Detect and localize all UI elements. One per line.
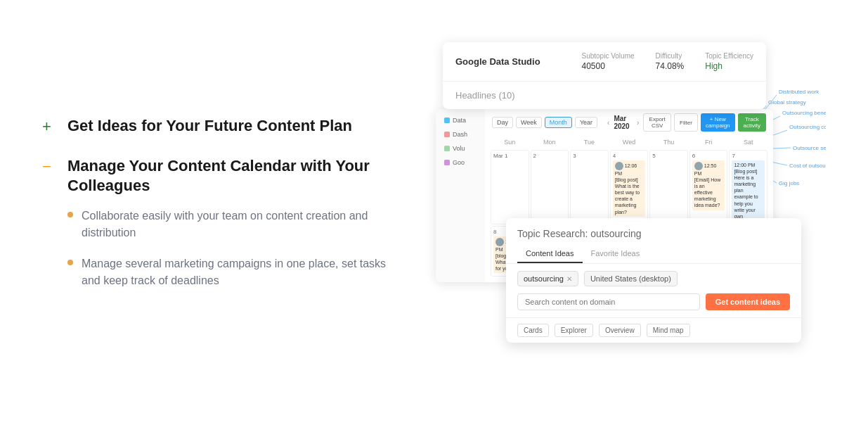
topic-footer-tabs: Cards Explorer Overview Mind map bbox=[506, 317, 801, 343]
day-sat: Sat bbox=[729, 139, 767, 146]
bullet-text-1: Collaborate easily with your team on con… bbox=[82, 208, 394, 241]
sidebar-volu[interactable]: Volu bbox=[441, 143, 479, 154]
footer-tab-overview[interactable]: Overview bbox=[599, 324, 641, 337]
day-tue: Tue bbox=[570, 139, 609, 146]
page-layout: + Get Ideas for Your Future Content Plan… bbox=[0, 0, 868, 425]
bullet-item-1: Collaborate easily with your team on con… bbox=[67, 208, 394, 241]
minus-icon[interactable]: − bbox=[42, 158, 56, 176]
headlines-label: Headlines (10) bbox=[443, 82, 766, 109]
day-fri: Fri bbox=[689, 139, 728, 146]
view-buttons: Day Week Month Year bbox=[492, 117, 597, 128]
topic-research-card: Topic Research: outsourcing Content Idea… bbox=[506, 218, 801, 343]
track-activity-btn[interactable]: Track activity bbox=[738, 113, 766, 132]
filter-btn[interactable]: Filter bbox=[674, 113, 698, 132]
efficiency-meta: Topic Efficiency High bbox=[705, 52, 753, 71]
export-csv-btn[interactable]: Export CSV bbox=[643, 113, 671, 132]
difficulty-meta: Difficulty 74.08% bbox=[656, 52, 685, 71]
datastudio-meta: Subtopic Volume 40500 Difficulty 74.08% … bbox=[581, 52, 753, 71]
sidebar-dash[interactable]: Dash bbox=[441, 129, 479, 140]
sidebar-data[interactable]: Data bbox=[441, 115, 479, 126]
efficiency-label: Topic Efficiency bbox=[705, 52, 753, 60]
mindmap-node-5: Outsource services bbox=[793, 145, 826, 151]
expanded-title: Manage Your Content Calendar with Your C… bbox=[67, 156, 394, 196]
footer-tab-mindmap[interactable]: Mind map bbox=[647, 324, 690, 337]
collapsed-section: + Get Ideas for Your Future Content Plan bbox=[42, 116, 394, 137]
footer-tab-explorer[interactable]: Explorer bbox=[555, 324, 593, 337]
subtopic-value: 40500 bbox=[581, 61, 634, 71]
topic-country: United States (desktop) bbox=[584, 271, 678, 286]
day-sun: Sun bbox=[491, 139, 529, 146]
tab-favorite-ideas[interactable]: Favorite Ideas bbox=[583, 245, 649, 263]
prev-month[interactable]: ‹ bbox=[607, 119, 609, 127]
footer-tab-cards[interactable]: Cards bbox=[517, 324, 549, 337]
difficulty-label: Difficulty bbox=[656, 52, 685, 60]
cell-5[interactable]: 5 bbox=[649, 150, 688, 224]
view-day[interactable]: Day bbox=[492, 117, 513, 128]
expanded-header: − Manage Your Content Calendar with Your… bbox=[42, 156, 394, 196]
collapsed-header: + Get Ideas for Your Future Content Plan bbox=[42, 116, 394, 137]
plus-icon[interactable]: + bbox=[42, 118, 56, 136]
cell-3[interactable]: 3 bbox=[570, 150, 609, 224]
subtopic-meta: Subtopic Volume 40500 bbox=[581, 52, 634, 71]
left-panel: + Get Ideas for Your Future Content Plan… bbox=[42, 116, 394, 309]
cell-4[interactable]: 4 12:06 PM[Blog post] What is the best w… bbox=[610, 150, 649, 224]
day-wed: Wed bbox=[610, 139, 649, 146]
bullet-item-2: Manage several marketing campaigns in on… bbox=[67, 255, 394, 289]
cell-7[interactable]: 712:00 PM[Blog post] Here is a marketing… bbox=[729, 150, 767, 224]
bullet-list: Collaborate easily with your team on con… bbox=[67, 208, 394, 289]
svg-rect-2 bbox=[444, 146, 450, 151]
topic-domain-row: Get content ideas bbox=[506, 293, 801, 317]
calendar-nav: Day Week Month Year ‹ Mar 2020 › Export … bbox=[485, 109, 773, 136]
day-mon: Mon bbox=[531, 139, 569, 146]
month-label: Mar 2020 bbox=[614, 115, 633, 130]
bullet-dot-1 bbox=[67, 212, 73, 217]
new-campaign-btn[interactable]: + New campaign bbox=[701, 113, 735, 132]
mindmap-node-2: Distributed work bbox=[779, 89, 820, 95]
datastudio-name: Google Data Studio bbox=[455, 56, 581, 67]
domain-search-input[interactable] bbox=[517, 293, 700, 310]
sidebar-goo[interactable]: Goo bbox=[441, 157, 479, 168]
mindmap-node-4: Outsourcing company bbox=[789, 124, 826, 130]
right-panel: Google Data Studio Subtopic Volume 40500… bbox=[436, 28, 826, 397]
action-buttons: Export CSV Filter + New campaign Track a… bbox=[643, 113, 766, 132]
svg-rect-3 bbox=[444, 160, 450, 165]
cell-6[interactable]: 6 12:50 PM[Email] How is an effective ma… bbox=[689, 150, 728, 224]
cell-mar1[interactable]: Mar 1 bbox=[491, 150, 529, 224]
get-content-ideas-button[interactable]: Get content ideas bbox=[706, 293, 790, 310]
month-nav: ‹ Mar 2020 › bbox=[607, 115, 639, 130]
topic-tabs: Content Ideas Favorite Ideas bbox=[506, 245, 801, 264]
datastudio-card: Google Data Studio Subtopic Volume 40500… bbox=[443, 42, 766, 109]
topic-search-row: outsourcing ✕ United States (desktop) bbox=[506, 264, 801, 293]
datastudio-header: Google Data Studio Subtopic Volume 40500… bbox=[443, 42, 766, 82]
difficulty-value: 74.08% bbox=[656, 61, 685, 71]
efficiency-value: High bbox=[705, 61, 753, 71]
svg-rect-0 bbox=[444, 118, 450, 123]
collapsed-title: Get Ideas for Your Future Content Plan bbox=[67, 116, 352, 137]
bullet-text-2: Manage several marketing campaigns in on… bbox=[82, 255, 394, 289]
tab-content-ideas[interactable]: Content Ideas bbox=[517, 245, 583, 263]
remove-chip-button[interactable]: ✕ bbox=[566, 275, 572, 283]
mindmap-node-7: Gig jobs bbox=[779, 180, 799, 186]
view-month[interactable]: Month bbox=[545, 117, 572, 128]
subtopic-label: Subtopic Volume bbox=[581, 52, 634, 60]
topic-keyword-chip: outsourcing ✕ bbox=[517, 271, 578, 286]
view-year[interactable]: Year bbox=[575, 117, 597, 128]
bullet-dot-2 bbox=[67, 260, 73, 265]
mindmap-node-6: Cost of outsourcing bbox=[789, 163, 826, 169]
day-thu: Thu bbox=[649, 139, 688, 146]
cell-2[interactable]: 2 bbox=[531, 150, 569, 224]
view-week[interactable]: Week bbox=[516, 117, 542, 128]
calendar-sidebar: Data Dash Volu Goo bbox=[436, 109, 485, 282]
expanded-section: − Manage Your Content Calendar with Your… bbox=[42, 156, 394, 289]
days-header: Sun Mon Tue Wed Thu Fri Sat bbox=[485, 136, 773, 148]
svg-rect-1 bbox=[444, 132, 450, 137]
mindmap-node-1: Global strategy bbox=[768, 99, 806, 106]
next-month[interactable]: › bbox=[637, 119, 639, 127]
topic-header: Topic Research: outsourcing bbox=[506, 218, 801, 245]
mindmap-node-3: Outsourcing benefits bbox=[782, 110, 826, 116]
